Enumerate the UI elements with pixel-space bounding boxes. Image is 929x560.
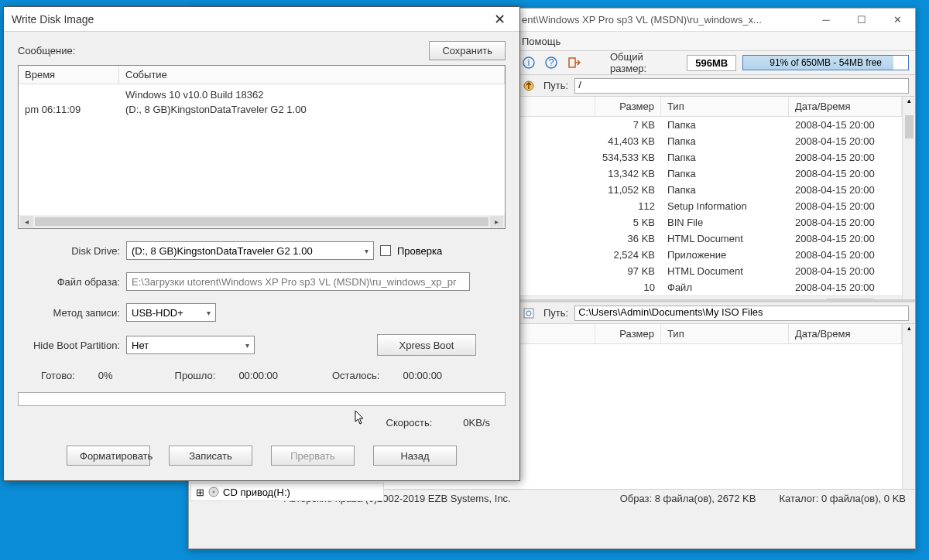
cd-drive-icon [207, 486, 220, 498]
xpress-boot-button[interactable]: Xpress Boot [377, 334, 476, 356]
minimize-button[interactable]: ─ [808, 9, 844, 32]
col-size[interactable]: Размер [595, 97, 661, 116]
log-col-time[interactable]: Время [19, 66, 119, 84]
info-icon[interactable]: i [520, 54, 536, 71]
help-icon[interactable]: ? [543, 54, 559, 71]
total-size-value: 596MB [687, 55, 736, 71]
format-button[interactable]: Форматировать [67, 446, 150, 466]
tree-item-cd-drive[interactable]: ⊞ CD привод(H:) [190, 483, 384, 501]
chevron-down-icon: ▾ [245, 341, 249, 350]
disk-drive-label: Disk Drive: [18, 245, 120, 257]
progress-bar [18, 392, 506, 406]
back-button[interactable]: Назад [373, 446, 457, 466]
dialog-close-button[interactable]: ✕ [487, 7, 512, 32]
verify-checkbox[interactable] [380, 245, 391, 256]
log-box: Время Событие Windows 10 v10.0 Build 183… [18, 65, 506, 229]
col-type[interactable]: Тип [661, 97, 789, 116]
image-file-label: Файл образа: [18, 276, 120, 288]
abort-button[interactable]: Прервать [271, 446, 355, 466]
expand-icon[interactable]: ⊞ [196, 487, 204, 498]
capacity-text: 91% of 650MB - 54MB free [743, 56, 908, 70]
menu-help[interactable]: Помощь [522, 36, 560, 47]
status-catalog: Каталог: 0 файла(ов), 0 KB [779, 493, 906, 504]
log-col-event[interactable]: Событие [119, 66, 505, 84]
svg-rect-4 [569, 58, 575, 67]
remain-value: 00:00:00 [403, 370, 442, 381]
svg-text:i: i [527, 56, 530, 68]
write-method-dropdown[interactable]: USB-HDD+▾ [126, 303, 216, 322]
upper-path-input[interactable]: / [574, 78, 909, 94]
dialog-title: Write Disk Image [12, 13, 487, 26]
lower-path-input[interactable]: C:\Users\Admin\Documents\My ISO Files [574, 306, 909, 321]
hide-boot-label: Hide Boot Partition: [18, 340, 120, 351]
dialog-titlebar[interactable]: Write Disk Image ✕ [4, 7, 519, 32]
disk-drive-dropdown[interactable]: (D:, 8 GB)KingstonDataTraveler G2 1.00▾ [126, 241, 374, 260]
hide-boot-dropdown[interactable]: Нет▾ [126, 336, 255, 354]
write-method-label: Метод записи: [18, 307, 120, 319]
vscrollbar-lower[interactable]: ▴ [902, 324, 915, 489]
elapsed-label: Прошло: [175, 370, 216, 381]
image-file-input[interactable]: E:\Загрузки utorent\Windows XP Pro sp3 V… [126, 272, 470, 291]
scroll-left-icon[interactable]: ◂ [20, 216, 33, 227]
speed-value: 0KB/s [463, 417, 490, 429]
chevron-down-icon: ▾ [207, 309, 211, 317]
save-button[interactable]: Сохранить [429, 41, 506, 60]
svg-rect-6 [524, 309, 533, 318]
ready-label: Готово: [41, 370, 75, 381]
log-row: Windows 10 v10.0 Build 18362 [19, 87, 505, 102]
path-label: Путь: [543, 80, 568, 91]
status-image: Образ: 8 файла(ов), 2672 KB [620, 493, 756, 504]
lower-path-label: Путь: [543, 307, 568, 319]
speed-label: Скорость: [386, 417, 433, 429]
close-button[interactable]: ✕ [879, 9, 915, 32]
col-type-lower[interactable]: Тип [661, 324, 789, 343]
ready-value: 0% [98, 370, 113, 381]
log-row: pm 06:11:09(D:, 8 GB)KingstonDataTravele… [19, 102, 505, 117]
exit-icon[interactable] [566, 54, 582, 71]
elapsed-value: 00:00:00 [238, 370, 278, 381]
message-label: Сообщение: [18, 45, 75, 56]
log-hscroll[interactable]: ◂ ▸ [19, 215, 505, 228]
scroll-right-icon[interactable]: ▸ [490, 216, 503, 227]
total-size-label: Общий размер: [610, 51, 680, 74]
col-date-lower[interactable]: Дата/Время [789, 324, 902, 343]
iso-icon[interactable] [520, 305, 537, 322]
col-size-lower[interactable]: Размер [595, 324, 661, 343]
write-disk-image-dialog: Write Disk Image ✕ Сообщение: Сохранить … [3, 6, 520, 481]
vscrollbar[interactable]: ▴ [902, 97, 915, 299]
chevron-down-icon: ▾ [365, 247, 369, 255]
col-date[interactable]: Дата/Время [789, 97, 902, 116]
remain-label: Осталось: [332, 370, 380, 381]
svg-point-9 [213, 491, 215, 493]
tree-item-label: CD привод(H:) [223, 487, 290, 498]
maximize-button[interactable]: ☐ [844, 9, 879, 32]
write-button[interactable]: Записать [169, 446, 252, 466]
svg-text:?: ? [549, 56, 554, 68]
verify-label: Проверка [397, 245, 442, 257]
capacity-bar: 91% of 650MB - 54MB free [742, 55, 909, 70]
up-folder-icon[interactable] [520, 77, 537, 94]
